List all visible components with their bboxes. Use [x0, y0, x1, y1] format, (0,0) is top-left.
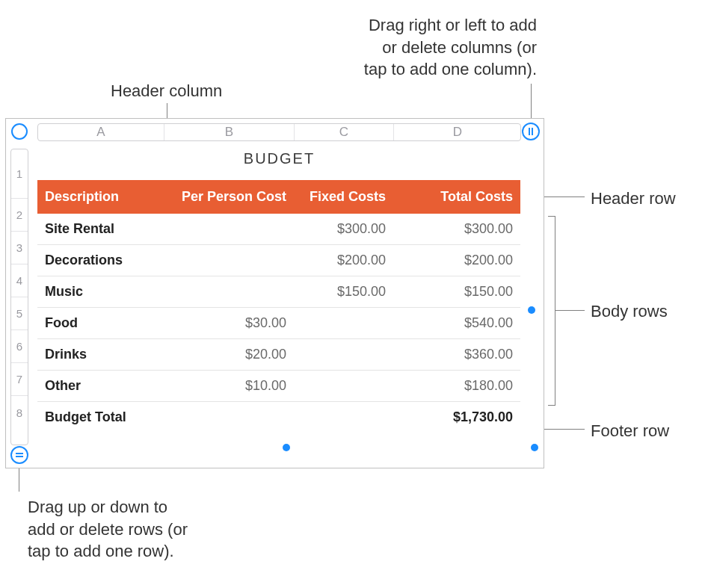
row-header-4[interactable]: 4	[11, 264, 28, 297]
cell-total[interactable]: $360.00	[393, 339, 520, 371]
leader-add-rows	[19, 468, 19, 492]
row-header-5[interactable]: 5	[11, 297, 28, 330]
hdr-fixed[interactable]: Fixed Costs	[294, 180, 393, 214]
leader-add-cols	[531, 84, 532, 121]
leader-body-rows	[555, 310, 585, 311]
cell-fixed[interactable]: $200.00	[294, 245, 393, 276]
cell-desc[interactable]: Decorations	[37, 245, 164, 276]
cell-fixed[interactable]: $150.00	[294, 276, 393, 308]
row-header-1[interactable]: 1	[11, 149, 28, 199]
cell-fixed[interactable]	[294, 308, 393, 339]
add-row-handle[interactable]	[10, 446, 28, 464]
column-header-A[interactable]: A	[38, 124, 164, 140]
column-header-D[interactable]: D	[394, 124, 521, 140]
cell-per[interactable]: $10.00	[164, 371, 294, 402]
cell-desc[interactable]: Drinks	[37, 339, 164, 371]
cell-total[interactable]: $300.00	[393, 214, 520, 245]
cell-desc[interactable]: Music	[37, 276, 164, 308]
footer-fixed[interactable]	[294, 402, 393, 433]
callout-header-row: Header row	[591, 188, 676, 210]
cell-per[interactable]	[164, 276, 294, 308]
callout-body-rows: Body rows	[591, 300, 668, 323]
cell-desc[interactable]: Food	[37, 308, 164, 339]
callout-add-rows: Drag up or down to add or delete rows (o…	[28, 496, 188, 563]
callout-add-columns: Drag right or left to add or delete colu…	[309, 14, 537, 81]
table-row[interactable]: Food $30.00 $540.00	[37, 308, 520, 339]
table-origin-handle[interactable]	[11, 123, 28, 140]
table-title[interactable]: BUDGET	[37, 150, 521, 180]
table-row[interactable]: Drinks $20.00 $360.00	[37, 339, 520, 371]
data-grid: Description Per Person Cost Fixed Costs …	[37, 180, 520, 433]
add-column-handle[interactable]	[522, 123, 540, 140]
bracket-body-rows	[548, 216, 555, 406]
hdr-per-person[interactable]: Per Person Cost	[164, 180, 294, 214]
cell-per[interactable]: $30.00	[164, 308, 294, 339]
spreadsheet-table: A B C D 1 2 3 4 5 6 7 8 BUDGET Descripti…	[5, 118, 544, 468]
row-number-gutter[interactable]: 1 2 3 4 5 6 7 8	[10, 149, 28, 445]
cell-desc[interactable]: Site Rental	[37, 214, 164, 245]
table-footer-row[interactable]: Budget Total $1,730.00	[37, 402, 520, 433]
cell-total[interactable]: $180.00	[393, 371, 520, 402]
row-header-6[interactable]: 6	[11, 330, 28, 363]
footer-total[interactable]: $1,730.00	[393, 402, 520, 433]
column-header-C[interactable]: C	[295, 124, 394, 140]
table-header-row[interactable]: Description Per Person Cost Fixed Costs …	[37, 180, 520, 214]
cell-per[interactable]	[164, 245, 294, 276]
row-header-8[interactable]: 8	[11, 396, 28, 429]
row-header-2[interactable]: 2	[11, 199, 28, 232]
selection-handle-icon[interactable]	[528, 306, 535, 314]
table-row[interactable]: Decorations $200.00 $200.00	[37, 245, 520, 276]
cell-per[interactable]	[164, 214, 294, 245]
row-header-3[interactable]: 3	[11, 232, 28, 264]
hdr-total[interactable]: Total Costs	[393, 180, 520, 214]
footer-per[interactable]	[164, 402, 294, 433]
cell-fixed[interactable]: $300.00	[294, 214, 393, 245]
callout-header-column: Header column	[111, 80, 222, 102]
cell-total[interactable]: $150.00	[393, 276, 520, 308]
cell-fixed[interactable]	[294, 339, 393, 371]
table-row[interactable]: Other $10.00 $180.00	[37, 371, 520, 402]
table-row[interactable]: Site Rental $300.00 $300.00	[37, 214, 520, 245]
column-letter-bar[interactable]: A B C D	[37, 123, 521, 141]
cell-per[interactable]: $20.00	[164, 339, 294, 371]
cell-desc[interactable]: Other	[37, 371, 164, 402]
row-header-7[interactable]: 7	[11, 363, 28, 396]
column-header-B[interactable]: B	[164, 124, 295, 140]
cell-total[interactable]: $540.00	[393, 308, 520, 339]
footer-desc[interactable]: Budget Total	[37, 402, 164, 433]
callout-footer-row: Footer row	[591, 420, 669, 442]
selection-handle-icon[interactable]	[283, 444, 290, 451]
cell-fixed[interactable]	[294, 371, 393, 402]
cell-total[interactable]: $200.00	[393, 245, 520, 276]
selection-handle-icon[interactable]	[531, 444, 538, 451]
hdr-description[interactable]: Description	[37, 180, 164, 214]
table-row[interactable]: Music $150.00 $150.00	[37, 276, 520, 308]
